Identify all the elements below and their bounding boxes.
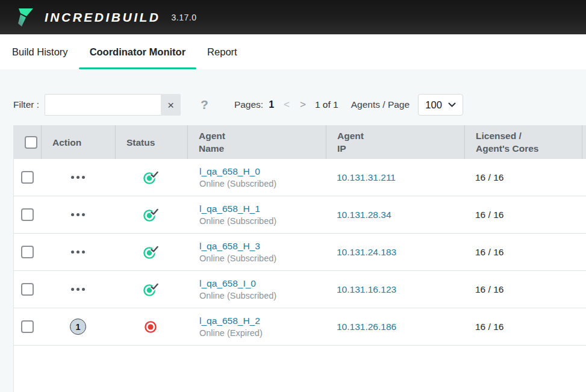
agent-name-cell: l_qa_658_I_0 Online (Subscribed) <box>187 278 326 300</box>
column-header-label: Agent's Cores <box>476 142 582 155</box>
row-checkbox[interactable] <box>21 208 34 221</box>
app-header: INCREDIBUILD 3.17.0 <box>0 0 586 34</box>
status-online-subscribed-icon <box>143 244 160 260</box>
cores-cell: 16 / 16 <box>464 322 582 332</box>
table-row: l_qa_658_H_3 Online (Subscribed) 10.131.… <box>14 234 586 271</box>
status-online-subscribed-icon <box>143 207 160 223</box>
tab-label: Coordinator Monitor <box>90 46 185 58</box>
table-row: l_qa_658_I_0 Online (Subscribed) 10.131.… <box>14 271 586 308</box>
select-all-checkbox[interactable] <box>25 136 37 149</box>
content-area: Filter : × ? Pages: 1 < > 1 of 1 Agents … <box>0 69 586 392</box>
row-select-cell <box>14 171 41 184</box>
tab-coordinator-monitor[interactable]: Coordinator Monitor <box>79 34 196 69</box>
previous-page-icon[interactable]: < <box>284 99 290 111</box>
column-header-label: Name <box>199 142 326 155</box>
action-cell <box>41 176 115 179</box>
agent-name-link[interactable]: l_qa_658_I_0 <box>199 278 256 289</box>
row-select-cell <box>14 320 41 333</box>
action-cell <box>41 288 115 291</box>
page-range-text: 1 of 1 <box>315 99 338 110</box>
row-select-cell <box>14 208 41 221</box>
agent-name-link[interactable]: l_qa_658_H_0 <box>199 166 260 177</box>
status-online-subscribed-icon <box>143 170 160 185</box>
status-cell <box>115 282 187 297</box>
agents-per-page-label: Agents / Page <box>351 99 410 110</box>
incredibuild-logo-icon <box>14 7 36 28</box>
notification-count-badge[interactable]: 1 <box>70 319 86 335</box>
tab-label: Report <box>207 46 237 58</box>
column-header-label: Action <box>52 136 115 149</box>
agent-ip: 10.131.28.34 <box>337 210 391 220</box>
cores-cell: 16 / 16 <box>464 247 582 258</box>
actions-menu-icon[interactable] <box>71 288 85 291</box>
column-header-label: Licensed / <box>476 129 582 142</box>
agent-ip: 10.131.31.211 <box>337 172 396 183</box>
status-online-expired-icon <box>143 319 160 335</box>
agent-ip: 10.131.16.123 <box>337 284 396 295</box>
current-page-number: 1 <box>269 99 274 110</box>
row-checkbox[interactable] <box>21 283 34 296</box>
help-icon[interactable]: ? <box>201 98 208 112</box>
tab-report[interactable]: Report <box>196 34 248 69</box>
status-cell <box>115 244 187 260</box>
table-header-row: Action Status Agent Name Agent IP Licens… <box>14 125 586 159</box>
agent-ip-cell: 10.131.26.186 <box>326 322 464 332</box>
actions-menu-icon[interactable] <box>71 250 85 254</box>
column-header-agent-ip: Agent IP <box>326 125 464 159</box>
actions-menu-icon[interactable] <box>71 176 85 179</box>
row-select-cell <box>14 283 41 296</box>
row-checkbox[interactable] <box>21 171 34 184</box>
clear-filter-button[interactable]: × <box>161 94 181 116</box>
table-row: l_qa_658_H_0 Online (Subscribed) 10.131.… <box>14 159 586 196</box>
column-header-label: Agent <box>199 129 326 142</box>
agent-name-cell: l_qa_658_H_3 Online (Subscribed) <box>187 241 326 263</box>
cores-cell: 16 / 16 <box>464 172 582 183</box>
agent-name-link[interactable]: l_qa_658_H_3 <box>199 241 260 252</box>
agent-status-text: Online (Subscribed) <box>199 179 276 188</box>
agent-name-cell: l_qa_658_H_0 Online (Subscribed) <box>187 166 326 188</box>
tab-build-history[interactable]: Build History <box>1 34 79 69</box>
action-cell <box>41 213 115 216</box>
agent-ip-cell: 10.131.28.34 <box>326 210 464 220</box>
agent-ip-cell: 10.131.16.123 <box>326 284 464 295</box>
status-cell <box>115 319 187 335</box>
brand-wordmark: INCREDIBUILD <box>45 10 161 25</box>
licensed-cores: 16 / 16 <box>475 284 503 295</box>
agent-ip: 10.131.26.186 <box>337 322 396 332</box>
agents-per-page-select[interactable]: 100 <box>418 94 463 116</box>
column-header-label: Status <box>126 136 187 149</box>
agent-ip-cell: 10.131.24.183 <box>326 247 464 258</box>
licensed-cores: 16 / 16 <box>475 172 503 183</box>
agent-name-link[interactable]: l_qa_658_H_1 <box>199 204 260 214</box>
licensed-cores: 16 / 16 <box>475 247 503 258</box>
per-page-value: 100 <box>425 99 442 111</box>
cores-cell: 16 / 16 <box>464 284 582 295</box>
column-header-label: IP <box>337 142 464 155</box>
agent-name-cell: l_qa_658_H_2 Online (Expired) <box>187 316 326 338</box>
agent-name-cell: l_qa_658_H_1 Online (Subscribed) <box>187 204 326 226</box>
licensed-cores: 16 / 16 <box>475 210 503 220</box>
row-checkbox[interactable] <box>21 320 34 333</box>
filter-label: Filter : <box>13 99 39 110</box>
select-all-header-cell <box>14 125 41 159</box>
status-cell <box>115 207 187 223</box>
agent-status-text: Online (Expired) <box>199 328 263 338</box>
agent-status-text: Online (Subscribed) <box>199 254 276 263</box>
badge-count: 1 <box>75 322 80 332</box>
filter-input[interactable] <box>45 94 161 116</box>
next-page-icon[interactable]: > <box>300 99 306 111</box>
table-empty-space <box>14 346 586 392</box>
actions-menu-icon[interactable] <box>71 213 85 216</box>
close-icon: × <box>167 99 174 111</box>
status-online-subscribed-icon <box>143 282 160 297</box>
column-header-overflow <box>582 125 586 159</box>
agent-name-link[interactable]: l_qa_658_H_2 <box>199 316 260 326</box>
main-tab-bar: Build History Coordinator Monitor Report <box>0 34 586 69</box>
column-header-status: Status <box>115 125 187 159</box>
agents-table: Action Status Agent Name Agent IP Licens… <box>13 125 586 392</box>
row-checkbox[interactable] <box>21 246 34 258</box>
agent-status-text: Online (Subscribed) <box>199 291 276 300</box>
agent-ip-cell: 10.131.31.211 <box>326 172 464 183</box>
table-row: l_qa_658_H_1 Online (Subscribed) 10.131.… <box>14 196 586 234</box>
cores-cell: 16 / 16 <box>464 210 582 220</box>
